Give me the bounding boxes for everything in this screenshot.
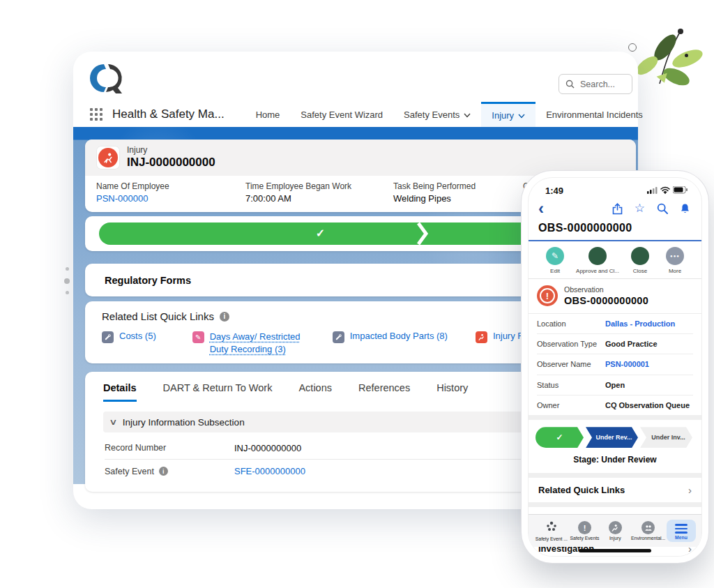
phone-status-bar: 1:49 (529, 178, 701, 197)
phone-toolbar: ‹ ☆ (529, 197, 701, 215)
more-button[interactable]: ●●● More (661, 247, 689, 274)
phone-screen: 1:49 ‹ ☆ OBS-0000000000 (528, 177, 702, 557)
quick-link-injury: Injury F (476, 331, 523, 355)
phone-action-bar: ✎ Edit Approve and Cl... Close ●●● More (529, 241, 701, 279)
quick-link-costs: Costs (5) (102, 331, 156, 355)
wrench-icon (333, 331, 344, 343)
quick-link-impacted-body-parts: Impacted Body Parts (8) (333, 331, 448, 355)
costs-icon (102, 331, 114, 343)
decorative-dot (685, 54, 688, 57)
stage-step-under-review[interactable]: Under Rev... (586, 427, 638, 448)
tab-history[interactable]: History (436, 382, 468, 402)
home-indicator[interactable] (579, 549, 651, 552)
close-button[interactable]: Close (626, 247, 654, 274)
chevron-down-icon (518, 110, 525, 121)
decorative-side-dot (64, 278, 70, 284)
global-search[interactable] (559, 74, 632, 94)
quick-links-title: Related List Quick Links (102, 310, 214, 322)
field-observer-name: Observer Name PSN-000001 (537, 354, 693, 375)
record-entity-label: Observation (564, 285, 648, 294)
pencil-icon: ✎ (192, 331, 204, 343)
info-icon[interactable]: i (159, 467, 168, 476)
path-separator-icon (416, 223, 429, 248)
field-location: Location Dallas - Production (537, 314, 693, 334)
field-owner: Owner CQ Observation Queue (537, 395, 693, 415)
app-navigation-bar: Health & Safety Ma... Home Safety Event … (89, 102, 638, 127)
search-icon[interactable] (657, 203, 668, 214)
field-task-being-performed: Task Being Performed Welding Pipes (393, 181, 491, 206)
star-icon[interactable]: ☆ (635, 204, 645, 213)
injury-icon (96, 146, 120, 169)
page: Health & Safety Ma... Home Safety Event … (0, 0, 714, 588)
nav-safety-events[interactable]: ! Safety Events (569, 519, 601, 543)
menu-icon (675, 522, 688, 534)
chevron-down-icon (464, 110, 471, 120)
wifi-icon (660, 184, 670, 197)
stage-step-under-investigation[interactable]: Under Inv... (640, 427, 692, 448)
nav-tab-injury[interactable]: Injury (481, 102, 536, 127)
chevron-down-icon: ∨ (109, 417, 117, 427)
divider (529, 415, 701, 420)
check-icon: ✓ (316, 227, 325, 240)
location-link[interactable]: Dallas - Production (605, 319, 675, 328)
runner-icon (609, 521, 622, 534)
observer-link[interactable]: PSN-000001 (605, 360, 649, 368)
field-status: Status Open (537, 375, 693, 395)
clock: 1:49 (545, 186, 563, 196)
info-icon[interactable]: i (220, 312, 229, 322)
back-icon[interactable]: ‹ (538, 202, 544, 215)
nav-tabs: Home Safety Event Wizard Safety Events I… (245, 102, 653, 127)
tab-details[interactable]: Details (103, 382, 137, 402)
nav-tab-safety-event-wizard[interactable]: Safety Event Wizard (290, 102, 393, 127)
observation-icon: ! (537, 285, 558, 306)
nav-tab-safety-events[interactable]: Safety Events (393, 102, 481, 127)
more-icon: ●●● (666, 247, 684, 265)
record-title: OBS-0000000000 (564, 294, 648, 307)
battery-icon (673, 184, 688, 197)
injury-icon (476, 331, 487, 343)
chevron-right-icon: › (688, 484, 692, 496)
quick-link-days-away: ✎ Days Away/ Restricted Duty Recording (… (192, 331, 302, 355)
stage-caption: Stage: Under Review (536, 455, 694, 465)
tab-dart-return-to-work[interactable]: DART & Return To Work (163, 382, 273, 402)
approve-icon (588, 247, 607, 265)
nav-environmental[interactable]: Environmental... (630, 519, 667, 543)
mobile-phone-mockup: 1:49 ‹ ☆ OBS-0000000000 (522, 171, 708, 563)
nav-tab-home[interactable]: Home (245, 102, 291, 127)
pencil-icon: ✎ (546, 247, 564, 265)
nav-injury[interactable]: Injury (600, 519, 630, 543)
approve-and-close-button[interactable]: Approve and Cl... (576, 247, 619, 274)
people-icon (641, 521, 655, 534)
employee-link[interactable]: PSN-000000 (96, 193, 213, 204)
section-title: Injury Information Subsection (123, 417, 245, 428)
stage-step-done[interactable]: ✓ (536, 427, 584, 448)
divider (529, 473, 701, 478)
exclamation-icon: ! (578, 521, 591, 534)
share-icon[interactable] (612, 203, 623, 215)
safety-event-link[interactable]: SFE-0000000000 (234, 466, 305, 476)
decorative-ring (628, 43, 637, 52)
tab-actions[interactable]: Actions (298, 382, 332, 402)
bell-icon[interactable] (680, 203, 690, 214)
nav-safety-event-wizard[interactable]: Safety Event ... (534, 518, 569, 543)
field-name-of-employee: Name Of Employee PSN-000000 (96, 181, 213, 206)
tab-references[interactable]: References (358, 382, 410, 402)
phone-bottom-nav: Safety Event ... ! Safety Events Injury … (529, 514, 701, 547)
nav-menu[interactable]: Menu (667, 520, 696, 542)
decorative-side-dot (66, 291, 69, 294)
cq-logo (87, 61, 128, 99)
divider (529, 502, 701, 507)
section-related-quick-links[interactable]: Related Quick Links › (529, 478, 701, 502)
nav-tab-environmental-incidents[interactable]: Environmental Incidents (536, 102, 653, 127)
record-title: INJ-0000000000 (127, 156, 215, 169)
field-time-began-work: Time Employee Began Work 7:00:00 AM (245, 181, 361, 206)
regulatory-forms-title: Regulatory Forms (105, 275, 191, 286)
search-input[interactable] (579, 79, 623, 90)
cluster-icon (545, 520, 558, 535)
phone-field-list: Location Dallas - Production Observation… (529, 314, 701, 415)
field-observation-type: Observation Type Good Practice (537, 334, 693, 354)
decorative-side-dot (66, 267, 69, 271)
app-launcher-icon[interactable] (89, 107, 104, 122)
edit-button[interactable]: ✎ Edit (541, 247, 569, 274)
signal-icon (647, 184, 658, 197)
